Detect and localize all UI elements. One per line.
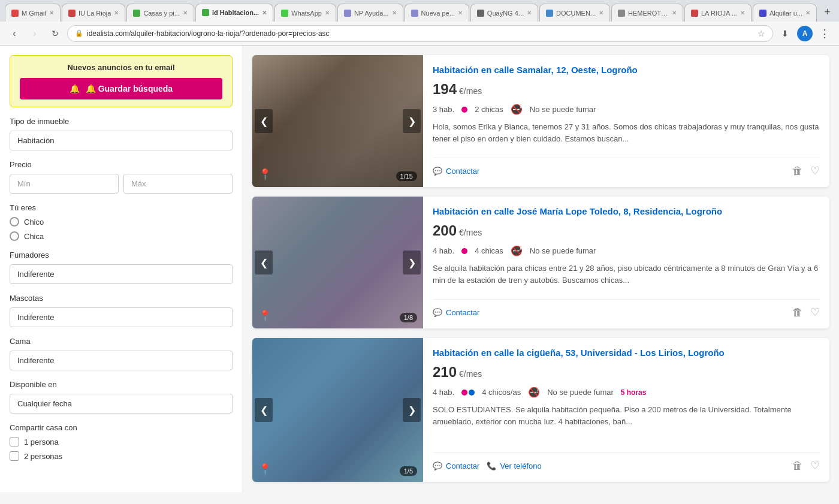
listing-2-price-unit: €/mes xyxy=(459,228,482,237)
filter-precio-max[interactable]: Máx xyxy=(123,174,233,194)
tab-iu-close[interactable]: ✕ xyxy=(114,10,119,16)
tab-nueva-label: Nueva pe... xyxy=(421,10,455,17)
listing-3-pin-icon[interactable]: 📍 xyxy=(258,463,271,476)
listing-1-next-btn[interactable]: ❯ xyxy=(403,109,421,133)
radio-chico[interactable]: Chico xyxy=(10,217,233,227)
filter-precio-min[interactable]: Mín xyxy=(10,174,119,194)
radio-chica-circle xyxy=(10,231,19,241)
tab-doc-close[interactable]: ✕ xyxy=(599,10,603,16)
filter-precio: Precio Mín Máx xyxy=(10,160,233,194)
tab-hemero[interactable]: HEMEROTE... ✕ xyxy=(611,4,683,22)
sidebar: Nuevos anuncios en tu email 🔔 🔔 Guardar … xyxy=(0,46,243,492)
listing-2-prev-btn[interactable]: ❮ xyxy=(255,251,273,274)
listing-3-trash-btn[interactable]: 🗑 xyxy=(792,459,803,472)
tab-hemero-close[interactable]: ✕ xyxy=(672,10,677,16)
save-search-bell-icon: 🔔 xyxy=(70,84,80,93)
listing-2-trash-btn[interactable]: 🗑 xyxy=(792,306,803,319)
tab-habitacion-close[interactable]: ✕ xyxy=(262,10,267,16)
tab-whatsapp[interactable]: WhatsApp ✕ xyxy=(274,4,336,22)
settings-btn[interactable]: ⋮ xyxy=(816,25,833,42)
filter-cama: Cama Indiferente Individual Doble xyxy=(10,337,233,370)
listing-card-2: ❮ ❯ 📍 1/8 Habitación en calle José María… xyxy=(252,197,829,328)
listing-3-next-btn[interactable]: ❯ xyxy=(403,398,421,422)
listing-3-phone-btn[interactable]: 📞 Ver teléfono xyxy=(487,461,541,470)
listing-2-no-smoke-text: No se puede fumar xyxy=(530,246,596,255)
tab-doc[interactable]: DOCUMEN... ✕ xyxy=(539,4,610,22)
listing-1-price-unit: €/mes xyxy=(459,86,482,96)
listing-1-heart-btn[interactable]: ♡ xyxy=(810,164,820,177)
listing-1-prev-btn[interactable]: ❮ xyxy=(255,109,273,133)
listing-2-no-smoke-icon: 🚭 xyxy=(511,245,523,256)
listing-1-desc: Hola, somos Erika y Bianca, tenemos 27 y… xyxy=(433,121,820,150)
tab-larioja-label: LA RIOJA ... xyxy=(701,10,737,17)
back-btn[interactable]: ‹ xyxy=(6,25,23,42)
download-btn[interactable]: ⬇ xyxy=(777,25,793,42)
tab-quay[interactable]: QuayNG 4... ✕ xyxy=(470,4,538,22)
listing-3-prev-btn[interactable]: ❮ xyxy=(255,398,273,422)
tab-whatsapp-close[interactable]: ✕ xyxy=(325,10,330,16)
checkbox-2personas[interactable]: 2 personas xyxy=(10,451,233,461)
listings-area: ❮ ❯ 📍 1/15 Habitación en calle Samalar, … xyxy=(243,46,839,492)
forward-btn[interactable]: › xyxy=(26,25,43,42)
listing-2-contact-icon: 💬 xyxy=(433,308,442,317)
account-btn[interactable]: A xyxy=(797,26,813,41)
reload-btn[interactable]: ↻ xyxy=(47,25,64,42)
filter-mascotas-label: Mascotas xyxy=(10,294,233,303)
tab-quay-close[interactable]: ✕ xyxy=(527,10,532,16)
tab-larioja-close[interactable]: ✕ xyxy=(740,10,745,16)
tab-larioja[interactable]: LA RIOJA ... ✕ xyxy=(684,4,752,22)
bookmark-icon[interactable]: ☆ xyxy=(757,29,765,38)
listing-3-no-smoke-icon: 🚭 xyxy=(528,387,540,398)
listing-3-contact-icon: 💬 xyxy=(433,461,442,470)
tab-np[interactable]: NP Ayuda... ✕ xyxy=(337,4,403,22)
tab-whatsapp-label: WhatsApp xyxy=(291,10,322,17)
tab-casas-close[interactable]: ✕ xyxy=(183,10,188,16)
tab-alquiler[interactable]: Alquilar u... ✕ xyxy=(753,4,817,22)
listing-1-info: Habitación en calle Samalar, 12, Oeste, … xyxy=(423,55,829,187)
listing-2-image: ❮ ❯ 📍 1/8 xyxy=(252,197,423,328)
address-text: idealista.com/alquiler-habitacion/logron… xyxy=(87,29,754,38)
filter-fumadores-select[interactable]: Indiferente No fumador Fumador xyxy=(10,264,233,284)
listing-2-details: 4 hab. 4 chicas 🚭 No se puede fumar xyxy=(433,245,820,256)
tab-iu[interactable]: IU La Rioja ✕ xyxy=(62,4,125,22)
listing-3-title[interactable]: Habitación en calle la cigüeña, 53, Univ… xyxy=(433,348,820,358)
tab-habitacion[interactable]: id Habitacion... ✕ xyxy=(195,4,273,22)
listing-1-contact-btn[interactable]: 💬 Contactar xyxy=(433,167,479,176)
listing-1-pin-icon[interactable]: 📍 xyxy=(258,168,271,181)
filter-disponible-select[interactable]: Cualquier fecha xyxy=(10,394,233,414)
listing-1-trash-btn[interactable]: 🗑 xyxy=(792,164,803,177)
filter-cama-select[interactable]: Indiferente Individual Doble xyxy=(10,351,233,370)
filter-compartir: Compartir casa con 1 persona 2 personas xyxy=(10,423,233,461)
listing-3-contact-btn[interactable]: 💬 Contactar xyxy=(433,461,479,470)
listing-2-title[interactable]: Habitación en calle José María Lope Tole… xyxy=(433,206,820,216)
listing-2-contact-btn[interactable]: 💬 Contactar xyxy=(433,308,479,317)
address-bar[interactable]: 🔒 idealista.com/alquiler-habitacion/logr… xyxy=(67,25,773,42)
browser-nav-bar: ‹ › ↻ 🔒 idealista.com/alquiler-habitacio… xyxy=(0,22,839,46)
listing-2-dot xyxy=(461,248,467,254)
lock-icon: 🔒 xyxy=(75,29,83,37)
tab-habitacion-label: id Habitacion... xyxy=(212,9,259,16)
tab-gmail[interactable]: M Gmail ✕ xyxy=(5,4,61,22)
checkbox-1persona[interactable]: 1 persona xyxy=(10,437,233,446)
filter-tipo-select[interactable]: Habitación Piso Casa xyxy=(10,131,233,150)
listing-2-next-btn[interactable]: ❯ xyxy=(403,251,421,274)
new-tab-btn[interactable]: + xyxy=(820,4,834,20)
tab-nueva-close[interactable]: ✕ xyxy=(458,10,463,16)
listing-1-title[interactable]: Habitación en calle Samalar, 12, Oeste, … xyxy=(433,65,820,75)
listing-1-rooms: 3 hab. xyxy=(433,105,454,114)
listing-3-heart-btn[interactable]: ♡ xyxy=(810,459,820,472)
save-search-btn[interactable]: 🔔 🔔 Guardar búsqueda xyxy=(20,78,222,99)
listing-3-phone-label: Ver teléfono xyxy=(500,461,541,470)
listing-2-heart-btn[interactable]: ♡ xyxy=(810,306,820,319)
radio-chica[interactable]: Chica xyxy=(10,231,233,241)
tab-np-close[interactable]: ✕ xyxy=(392,10,397,16)
tab-casas-label: Casas y pi... xyxy=(143,10,180,17)
listing-2-pin-icon[interactable]: 📍 xyxy=(258,309,271,322)
tab-alquiler-close[interactable]: ✕ xyxy=(805,10,810,16)
tab-nueva[interactable]: Nueva pe... ✕ xyxy=(405,4,469,22)
tab-gmail-close[interactable]: ✕ xyxy=(49,10,54,16)
tab-casas[interactable]: Casas y pi... ✕ xyxy=(126,4,194,22)
listing-2-img-counter: 1/8 xyxy=(400,313,417,322)
listing-1-dot xyxy=(461,107,467,113)
filter-mascotas-select[interactable]: Indiferente Con mascotas Sin mascotas xyxy=(10,307,233,327)
